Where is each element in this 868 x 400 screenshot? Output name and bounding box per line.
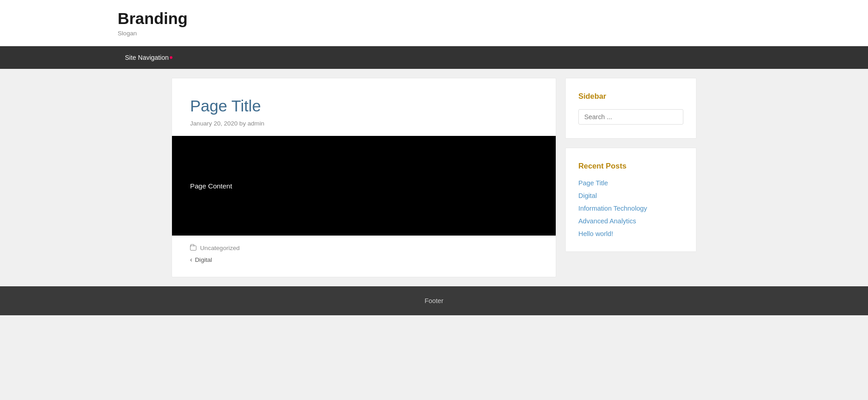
list-item: Hello world! (578, 230, 683, 238)
recent-post-link-1[interactable]: Digital (578, 192, 597, 199)
folder-icon (190, 246, 196, 251)
article-by: by (239, 120, 248, 127)
article-content-block: Page Content (172, 136, 556, 236)
recent-post-link-3[interactable]: Advanced Analytics (578, 217, 636, 225)
nav-indicator-dot (170, 56, 172, 59)
sidebar: Sidebar Recent Posts Page Title Digital … (565, 78, 696, 252)
article-author-link[interactable]: admin (248, 120, 264, 127)
nav-item-label: Site Navigation (125, 54, 169, 61)
article-header: Page Title January 20, 2020 by admin (172, 78, 556, 136)
recent-posts-title: Recent Posts (578, 162, 683, 171)
primary-content: Page Title January 20, 2020 by admin Pag… (172, 78, 556, 277)
main-wrapper: Page Title January 20, 2020 by admin Pag… (162, 78, 706, 277)
recent-posts-list: Page Title Digital Information Technolog… (578, 179, 683, 238)
article-content-text: Page Content (190, 182, 232, 190)
recent-post-link-0[interactable]: Page Title (578, 179, 608, 187)
site-footer: Footer (0, 286, 868, 315)
list-item: Page Title (578, 179, 683, 187)
article-footer: Uncategorized ‹ Digital (172, 236, 556, 277)
article-title: Page Title (190, 96, 538, 116)
nav-inner: Site Navigation (0, 46, 868, 69)
footer-label: Footer (424, 297, 444, 304)
sidebar-recent-posts-widget: Recent Posts Page Title Digital Informat… (565, 148, 696, 252)
prev-post-link[interactable]: Digital (195, 256, 212, 263)
site-branding: Branding Slogan (118, 9, 868, 37)
chevron-left-icon: ‹ (190, 256, 192, 263)
sidebar-widget-title: Sidebar (578, 92, 683, 101)
recent-post-link-2[interactable]: Information Technology (578, 205, 647, 212)
site-header: Branding Slogan (0, 0, 868, 46)
article-date: January 20, 2020 (190, 120, 238, 127)
sidebar-search-widget: Sidebar (565, 78, 696, 139)
list-item: Advanced Analytics (578, 217, 683, 225)
search-input[interactable] (578, 109, 683, 125)
article-meta: January 20, 2020 by admin (190, 120, 538, 127)
entry-categories: Uncategorized (190, 245, 538, 251)
nav-item-site-navigation[interactable]: Site Navigation (118, 46, 180, 69)
site-slogan: Slogan (118, 30, 868, 37)
site-navigation-bar: Site Navigation (0, 46, 868, 69)
list-item: Digital (578, 192, 683, 200)
recent-post-link-4[interactable]: Hello world! (578, 230, 613, 237)
site-title: Branding (118, 9, 868, 28)
list-item: Information Technology (578, 204, 683, 212)
post-navigation: ‹ Digital (190, 256, 538, 263)
category-link[interactable]: Uncategorized (200, 245, 240, 251)
